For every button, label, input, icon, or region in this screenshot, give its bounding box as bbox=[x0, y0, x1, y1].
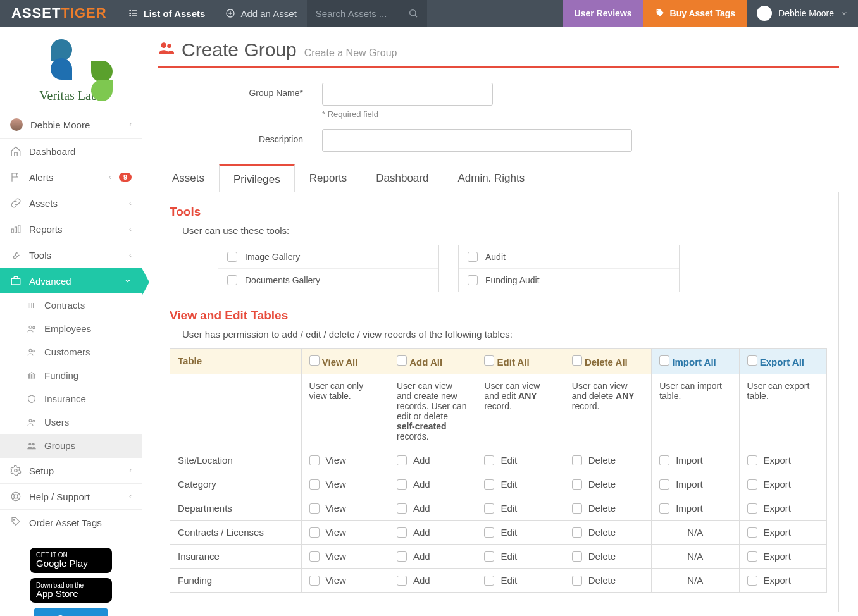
sidebar-reports[interactable]: Reports‹ bbox=[0, 216, 142, 242]
perm-checkbox[interactable] bbox=[397, 576, 407, 586]
sidebar-sub-customers[interactable]: Customers bbox=[0, 340, 142, 364]
tool-image-gallery[interactable]: Image Gallery bbox=[218, 245, 438, 269]
sidebar-sub-groups[interactable]: Groups bbox=[0, 434, 142, 457]
perm-checkbox[interactable] bbox=[572, 576, 582, 586]
tool-checkbox[interactable] bbox=[468, 252, 478, 262]
perm-checkbox[interactable] bbox=[397, 479, 407, 490]
sidebar-dashboard[interactable]: Dashboard bbox=[0, 138, 142, 164]
perm-checkbox[interactable] bbox=[572, 455, 582, 465]
groups-icon bbox=[27, 441, 38, 451]
th-delete[interactable]: Delete All bbox=[564, 349, 651, 374]
perm-checkbox[interactable] bbox=[309, 479, 320, 490]
perm-checkbox[interactable] bbox=[484, 527, 494, 538]
chevron-down-icon bbox=[124, 277, 132, 285]
perm-checkbox[interactable] bbox=[484, 503, 494, 514]
sidebar-sub-insurance[interactable]: Insurance bbox=[0, 387, 142, 410]
perm-checkbox[interactable] bbox=[659, 455, 669, 465]
tab-dashboard[interactable]: Dashboard bbox=[361, 164, 443, 192]
delete-all-checkbox[interactable] bbox=[572, 355, 582, 366]
perm-checkbox[interactable] bbox=[747, 576, 757, 586]
perm-checkbox[interactable] bbox=[572, 551, 582, 562]
tool-checkbox[interactable] bbox=[468, 275, 478, 285]
perm-checkbox[interactable] bbox=[572, 479, 582, 490]
table-row: FundingViewAddEditDeleteN/AExport bbox=[170, 569, 827, 593]
th-export[interactable]: Export All bbox=[739, 349, 826, 374]
sidebar-setup[interactable]: Setup‹ bbox=[0, 457, 142, 483]
import-all-checkbox[interactable] bbox=[659, 355, 669, 366]
th-add[interactable]: Add All bbox=[389, 349, 476, 374]
perm-checkbox[interactable] bbox=[397, 503, 407, 514]
search-icon[interactable] bbox=[408, 8, 418, 18]
perm-checkbox[interactable] bbox=[309, 576, 320, 586]
sidebar-user[interactable]: Debbie Moore‹ bbox=[0, 111, 142, 138]
tab-reports[interactable]: Reports bbox=[295, 164, 362, 192]
table-row: CategoryViewAddEditDeleteImportExport bbox=[170, 472, 827, 496]
user-menu[interactable]: Debbie Moore bbox=[747, 0, 858, 27]
perm-checkbox[interactable] bbox=[397, 527, 407, 538]
sidebar-advanced[interactable]: Advanced bbox=[0, 268, 142, 293]
perm-checkbox[interactable] bbox=[747, 551, 757, 562]
perm-checkbox[interactable] bbox=[484, 551, 494, 562]
buy-asset-tags-button[interactable]: Buy Asset Tags bbox=[644, 0, 747, 27]
user-reviews-button[interactable]: User Reviews bbox=[563, 0, 644, 27]
perm-checkbox[interactable] bbox=[659, 503, 669, 514]
tool-checkbox[interactable] bbox=[227, 252, 237, 262]
add-all-checkbox[interactable] bbox=[397, 355, 407, 366]
edit-all-checkbox[interactable] bbox=[484, 355, 494, 366]
svg-point-33 bbox=[14, 495, 18, 498]
perm-checkbox[interactable] bbox=[484, 576, 494, 586]
th-edit[interactable]: Edit All bbox=[476, 349, 564, 374]
view-all-checkbox[interactable] bbox=[309, 355, 320, 366]
svg-point-38 bbox=[13, 519, 15, 521]
tool-checkbox[interactable] bbox=[227, 275, 237, 285]
th-view[interactable]: View All bbox=[301, 349, 389, 374]
search-input[interactable] bbox=[316, 8, 404, 19]
perm-checkbox[interactable] bbox=[309, 527, 320, 538]
flag-icon bbox=[10, 171, 22, 183]
sidebar-sub-funding[interactable]: Funding bbox=[0, 364, 142, 387]
tab-adminrights[interactable]: Admin. Rights bbox=[443, 164, 539, 192]
tab-privileges[interactable]: Privileges bbox=[219, 164, 295, 192]
logo[interactable]: ASSETTIGER bbox=[0, 5, 118, 22]
description-input[interactable] bbox=[322, 129, 632, 152]
tool-documents-gallery[interactable]: Documents Gallery bbox=[218, 269, 438, 292]
group-name-input[interactable] bbox=[322, 83, 493, 106]
capterra-button[interactable]: ▲ Capterra bbox=[34, 608, 108, 616]
sidebar-sub-contracts[interactable]: Contracts bbox=[0, 293, 142, 317]
tab-assets[interactable]: Assets bbox=[158, 164, 219, 192]
sidebar-sub-employees[interactable]: Employees bbox=[0, 317, 142, 340]
perm-checkbox[interactable] bbox=[397, 551, 407, 562]
perm-checkbox[interactable] bbox=[572, 527, 582, 538]
nav-list-of-assets[interactable]: List of Assets bbox=[118, 0, 216, 27]
export-all-checkbox[interactable] bbox=[747, 355, 757, 366]
sidebar-help[interactable]: Help / Support‹ bbox=[0, 483, 142, 509]
contracts-icon bbox=[27, 300, 38, 311]
sidebar-order-tags[interactable]: Order Asset Tags bbox=[0, 509, 142, 535]
perm-checkbox[interactable] bbox=[484, 455, 494, 465]
sidebar-sub-users[interactable]: Users bbox=[0, 410, 142, 434]
perm-checkbox[interactable] bbox=[747, 479, 757, 490]
perm-checkbox[interactable] bbox=[397, 455, 407, 465]
perm-checkbox[interactable] bbox=[747, 455, 757, 465]
th-import[interactable]: Import All bbox=[652, 349, 739, 374]
nav-add-asset[interactable]: Add an Asset bbox=[215, 0, 306, 27]
sidebar-tools[interactable]: Tools‹ bbox=[0, 242, 142, 268]
svg-point-4 bbox=[130, 13, 130, 13]
app-store-button[interactable]: Download on theApp Store bbox=[30, 578, 112, 603]
perm-checkbox[interactable] bbox=[747, 503, 757, 514]
perm-checkbox[interactable] bbox=[484, 479, 494, 490]
tool-audit[interactable]: Audit bbox=[459, 245, 679, 269]
sidebar-alerts[interactable]: Alerts‹ 9 bbox=[0, 164, 142, 190]
search-box[interactable] bbox=[307, 0, 427, 27]
perm-checkbox[interactable] bbox=[309, 455, 320, 465]
perm-checkbox[interactable] bbox=[659, 479, 669, 490]
company-name: Veritas Labs bbox=[0, 89, 142, 103]
sidebar-assets[interactable]: Assets‹ bbox=[0, 190, 142, 216]
perm-checkbox[interactable] bbox=[572, 503, 582, 514]
perm-checkbox[interactable] bbox=[309, 551, 320, 562]
perm-checkbox[interactable] bbox=[747, 527, 757, 538]
tool-funding-audit[interactable]: Funding Audit bbox=[459, 269, 679, 292]
employees-icon bbox=[27, 324, 38, 334]
google-play-button[interactable]: GET IT ONGoogle Play bbox=[30, 548, 112, 573]
perm-checkbox[interactable] bbox=[309, 503, 320, 514]
